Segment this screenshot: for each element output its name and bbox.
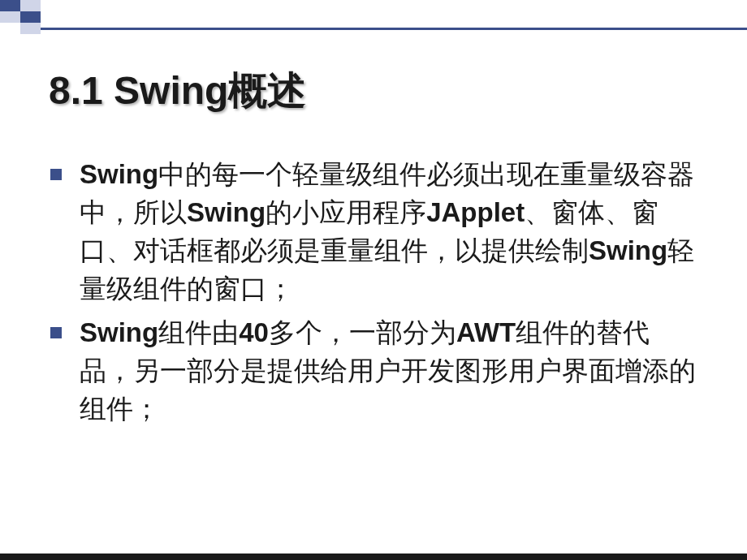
decor-square [20,11,41,23]
slide-content: 8.1 Swing概述 Swing中的每一个轻量级组件必须出现在重量级容器中，所… [0,0,747,467]
slide-decoration [0,0,747,34]
decor-square [0,11,20,23]
bottom-bar [0,554,747,560]
decor-square [20,0,41,11]
bullet-item: Swing中的每一个轻量级组件必须出现在重量级容器中，所以Swing的小应用程序… [49,156,698,308]
slide-title: 8.1 Swing概述 [49,65,698,117]
decor-line [41,28,747,30]
bullet-list: Swing中的每一个轻量级组件必须出现在重量级容器中，所以Swing的小应用程序… [49,156,698,429]
decor-square [20,23,41,34]
bullet-item: Swing组件由40多个，一部分为AWT组件的替代品，另一部分是提供给用户开发图… [49,314,698,429]
decor-square [0,0,20,11]
